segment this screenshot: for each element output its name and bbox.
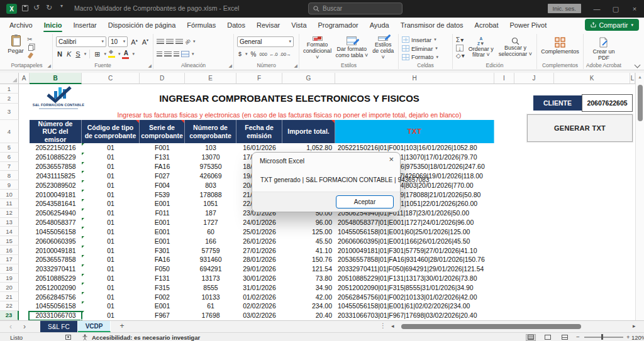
row-header-5[interactable]: 5 (0, 143, 19, 153)
font-name-select[interactable]: Calibri▾ (56, 36, 106, 47)
cell[interactable]: 694291 (185, 264, 236, 274)
menu-tab-inicio[interactable]: Inicio (38, 18, 68, 33)
cell[interactable]: 20431115825 (30, 171, 82, 180)
cell[interactable]: 10455056158|01|E001|61|02/02/2026|234.00 (335, 301, 494, 311)
cell[interactable]: 975350 (185, 162, 236, 171)
menu-tab-disposici-n-de-p-gina[interactable]: Disposición de página (103, 18, 182, 33)
zoom-slider-thumb[interactable] (601, 334, 603, 340)
cell[interactable]: 20536557858 (30, 162, 82, 171)
cell[interactable]: 20562845756 (30, 292, 82, 301)
cell[interactable]: 01 (82, 246, 140, 255)
row-header-22[interactable]: 22 (0, 301, 19, 311)
cell[interactable]: 73.80 (282, 274, 335, 283)
cell[interactable]: 01 (82, 218, 140, 227)
cell[interactable]: E001 (140, 227, 185, 236)
cell[interactable]: 1051 (185, 199, 236, 208)
dialog-launcher-icon[interactable]: ◢ (48, 63, 51, 68)
cell[interactable]: F967 (140, 311, 185, 320)
cell[interactable]: 1,052.80 (282, 143, 335, 153)
cell[interactable]: 20100049181 (30, 246, 82, 255)
cell[interactable]: 01 (82, 208, 140, 218)
percent-style-icon[interactable]: % (250, 51, 258, 58)
row-header-18[interactable]: 18 (0, 264, 19, 274)
cell[interactable]: 34.90 (282, 283, 335, 292)
new-sheet-button[interactable]: + (117, 322, 127, 330)
page-layout-view-icon[interactable] (543, 334, 553, 341)
cell[interactable]: 01 (82, 190, 140, 199)
row-header-15[interactable]: 15 (0, 236, 19, 246)
column-header-B[interactable]: B (30, 73, 82, 84)
cell[interactable]: 01 (82, 162, 140, 171)
cell[interactable]: 01 (82, 264, 140, 274)
collapse-ribbon-icon[interactable] (635, 62, 641, 68)
copy-icon[interactable] (28, 45, 33, 51)
cell[interactable]: 20548058377|01|E001|1727|24/01/2026|96.0… (335, 218, 494, 227)
cell[interactable]: 10455056158 (30, 227, 82, 236)
cell[interactable]: 96.00 (282, 218, 335, 227)
cell[interactable]: 125.00 (282, 227, 335, 236)
cliente-value-field[interactable]: 20607622605 (582, 94, 633, 112)
insert-cells-button[interactable]: Insertar▾ (402, 36, 449, 44)
increase-decimal-icon[interactable]: ←.0 (269, 51, 278, 57)
cell[interactable]: 931460 (185, 255, 236, 264)
horizontal-scrollbar[interactable] (400, 324, 629, 329)
cell[interactable]: F027 (140, 171, 185, 180)
minimize-button[interactable]: — (587, 0, 606, 18)
row-header-16[interactable]: 16 (0, 246, 19, 255)
redo-icon[interactable]: ↻ (44, 3, 54, 12)
cell[interactable]: 20522150216|01|F001|103|16/01/2026|1052.… (335, 143, 494, 153)
column-header-E[interactable]: E (185, 73, 236, 84)
cell[interactable]: 8555 (185, 283, 236, 292)
cell[interactable]: 01 (82, 143, 140, 153)
orientation-icon[interactable]: ab (184, 38, 192, 46)
close-button[interactable]: × (625, 0, 644, 18)
paste-button[interactable]: Pegar (4, 35, 27, 61)
cell[interactable]: 20548058377 (30, 218, 82, 227)
cell[interactable]: 20606060395 (30, 236, 82, 246)
menu-tab-datos[interactable]: Datos (221, 18, 251, 33)
column-header-G[interactable]: G (282, 73, 335, 84)
page-break-view-icon[interactable] (560, 334, 570, 341)
cell[interactable]: 803 (185, 180, 236, 190)
next-sheet-icon[interactable]: › (20, 322, 29, 331)
dialog-launcher-icon[interactable]: ◢ (294, 63, 297, 68)
cell[interactable]: 20.40 (282, 311, 335, 320)
align-middle-icon[interactable] (166, 39, 174, 45)
row-header-14[interactable]: 14 (0, 227, 19, 236)
cell[interactable]: 20510885229 (30, 274, 82, 283)
cell[interactable]: 20523089502 (30, 180, 82, 190)
cell[interactable]: 20536557858 (30, 255, 82, 264)
cell[interactable]: 103 (185, 143, 236, 153)
cell[interactable]: F002 (140, 292, 185, 301)
accounting-format-icon[interactable]: $ (237, 51, 243, 57)
horizontal-scrollbar-thumb[interactable] (401, 324, 581, 329)
generar-txt-button[interactable]: GENERAR TXT (527, 114, 633, 142)
cell[interactable]: 01 (82, 199, 140, 208)
cell[interactable]: 41.10 (282, 246, 335, 255)
row-header-7[interactable]: 7 (0, 162, 19, 171)
cell[interactable]: 20100049181|01|F301|57759|27/01/2026|41.… (335, 246, 494, 255)
column-header-H[interactable]: H (335, 73, 494, 84)
cell[interactable]: 20562845756|01|F002|10133|01/02/2026|42.… (335, 292, 494, 301)
sort-filter-button[interactable]: AZ▼ Ordenar y filtrar ˅ (467, 35, 495, 61)
menu-tab-revisar[interactable]: Revisar (251, 18, 286, 33)
menu-tab-f-rmulas[interactable]: Fórmulas (181, 18, 221, 33)
sign-in-button[interactable]: Inic. ses. (548, 4, 582, 13)
decrease-decimal-icon[interactable]: .00→ (280, 51, 291, 57)
cell[interactable]: 01 (82, 274, 140, 283)
create-pdf-button[interactable]: Crear un PDF (587, 35, 621, 62)
delete-cells-button[interactable]: Eliminar▾ (402, 45, 449, 53)
cell[interactable]: 13070 (185, 153, 236, 162)
align-center-icon[interactable] (164, 51, 172, 57)
cell[interactable]: 45.50 (282, 236, 335, 246)
cell[interactable]: 20606060395|01|E001|166|26/01/2026|45.50 (335, 236, 494, 246)
borders-icon[interactable]: ⊞ (93, 50, 101, 58)
align-bottom-icon[interactable] (175, 39, 183, 45)
menu-tab-acrobat[interactable]: Acrobat (469, 18, 504, 33)
row-header-13[interactable]: 13 (0, 218, 19, 227)
cell[interactable]: 10455056158|01|E001|60|25/01/2026|125.00 (335, 227, 494, 236)
cell[interactable]: 20512002090 (30, 283, 82, 292)
comma-style-icon[interactable]: 000 (259, 51, 267, 57)
decrease-font-icon[interactable]: A▾ (141, 38, 150, 46)
merge-center-icon[interactable] (181, 51, 189, 57)
